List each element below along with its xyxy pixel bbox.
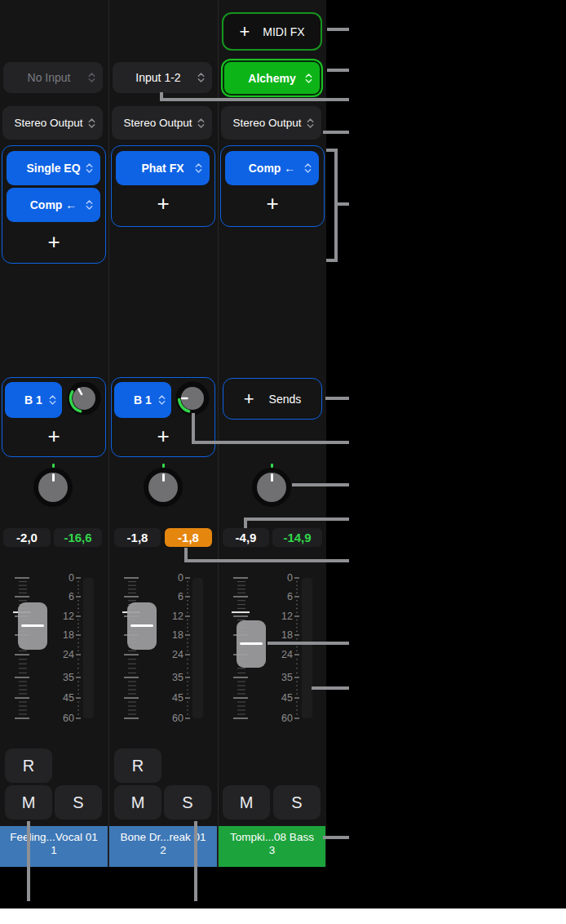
db-scale-label: 60 (157, 713, 184, 724)
audio-fx-section: Phat FX + (111, 145, 215, 227)
db-scale-label: 0 (157, 572, 184, 584)
send-bus-selector[interactable]: B 1 (114, 382, 171, 418)
channel-strips-panel: No Input Stereo Output Single EQ Comp ← … (0, 0, 326, 867)
solo-button[interactable]: S (55, 785, 102, 820)
db-scale: 06121824354560 (266, 571, 293, 726)
track-name-bar[interactable]: Feeling...Vocal 01 1 (0, 826, 108, 867)
db-scale-label: 35 (266, 672, 293, 683)
db-scale-label: 24 (47, 649, 74, 660)
chevron-updown-icon (87, 72, 96, 83)
chevron-updown-icon (48, 394, 57, 406)
output-selector[interactable]: Stereo Output (221, 106, 321, 140)
chevron-updown-icon (194, 162, 203, 174)
audio-fx-slot-2[interactable]: Comp ← (7, 188, 100, 222)
track-name: Feeling...Vocal 01 (0, 831, 108, 844)
add-audio-fx-button[interactable]: + (2, 231, 105, 252)
db-scale: 06121824354560 (47, 571, 74, 726)
audio-fx-section: Comp ← + (220, 145, 325, 227)
input-selector[interactable]: No Input (3, 62, 103, 93)
add-send-button[interactable]: + (2, 425, 105, 446)
chevron-updown-icon (306, 118, 315, 129)
fader-group: 06121824354560 (219, 571, 327, 726)
callout-line-clip-value (184, 559, 349, 562)
chevron-updown-icon (85, 162, 94, 174)
solo-button[interactable]: S (273, 785, 321, 820)
audio-fx-section: Single EQ Comp ← + (2, 145, 106, 264)
audio-fx-label: Comp ← (249, 162, 296, 175)
output-label: Stereo Output (120, 117, 203, 130)
db-scale: 06121824354560 (157, 571, 184, 726)
callout-line-pan-knob (292, 483, 349, 486)
plus-icon: + (239, 21, 250, 42)
channel-strip-1: No Input Stereo Output Single EQ Comp ← … (0, 0, 108, 867)
send-level-knob[interactable] (67, 381, 101, 415)
db-scale-label: 18 (157, 629, 184, 641)
record-enable-button[interactable]: R (5, 749, 52, 783)
db-scale-label: 45 (157, 692, 184, 704)
db-scale-label: 0 (47, 572, 74, 584)
chevron-updown-icon (157, 394, 166, 406)
callout-line-midi-fx (327, 28, 349, 31)
send-bus-selector[interactable]: B 1 (5, 382, 62, 418)
input-label: No Input (24, 71, 82, 84)
callout-line-output (323, 131, 349, 134)
volume-fader-handle[interactable] (237, 620, 266, 668)
volume-fader-handle[interactable] (18, 602, 47, 650)
mute-button[interactable]: M (5, 785, 52, 820)
fader-handle-line (21, 624, 44, 627)
callout-line-input (160, 98, 349, 101)
volume-db-value[interactable]: -4,9 (223, 528, 269, 547)
add-audio-fx-button[interactable]: + (112, 193, 214, 214)
callout-line-meter (312, 686, 349, 690)
solo-button[interactable]: S (164, 785, 211, 820)
db-scale-label: 18 (266, 629, 293, 641)
audio-fx-slot-1[interactable]: Phat FX (116, 151, 210, 185)
pan-knob[interactable] (142, 466, 184, 509)
track-number: 1 (0, 844, 108, 857)
add-sends-button[interactable]: + Sends (223, 378, 322, 420)
send-level-knob[interactable] (175, 381, 210, 415)
record-enable-button[interactable]: R (114, 749, 161, 783)
input-selector[interactable]: Input 1-2 (113, 62, 212, 93)
audio-fx-slot-1[interactable]: Single EQ (7, 151, 100, 185)
level-meter-value[interactable]: -16,6 (54, 528, 102, 547)
instrument-selector[interactable]: Alchemy (223, 60, 321, 96)
pan-knob-pointer (52, 473, 55, 482)
db-scale-label: 12 (157, 611, 184, 622)
track-name-bar[interactable]: Tompki...08 Bass 3 (219, 826, 325, 867)
db-scale-label: 24 (266, 649, 293, 660)
add-audio-fx-button[interactable]: + (221, 193, 324, 214)
output-selector[interactable]: Stereo Output (2, 106, 103, 140)
track-name-bar[interactable]: Bone Dr...reak 01 2 (109, 826, 217, 867)
volume-db-value[interactable]: -1,8 (114, 528, 161, 547)
pan-knob[interactable] (250, 466, 293, 509)
callout-line-instrument (327, 69, 349, 72)
chevron-updown-icon (197, 72, 206, 83)
add-midi-fx-button[interactable]: + MIDI FX (222, 12, 322, 51)
chevron-updown-icon (303, 162, 312, 174)
mute-button[interactable]: M (114, 785, 161, 820)
volume-fader-handle[interactable] (127, 602, 157, 650)
output-selector[interactable]: Stereo Output (112, 106, 212, 140)
db-scale-label: 45 (266, 692, 293, 704)
level-meter (83, 578, 94, 718)
db-scale-label: 60 (266, 713, 293, 724)
mute-button[interactable]: M (223, 785, 270, 820)
callout-line-track-name (323, 836, 349, 839)
sends-section: B 1 + (111, 377, 215, 457)
callout-bracket-stem (334, 202, 349, 206)
callout-line-send-knob-elbow (192, 413, 195, 444)
plus-icon: + (244, 389, 254, 410)
pan-knob[interactable] (32, 466, 74, 509)
chevron-updown-icon (85, 199, 94, 211)
chevron-updown-icon (197, 118, 206, 129)
callout-line-fader (268, 642, 349, 645)
chevron-updown-icon (87, 118, 96, 129)
output-label: Stereo Output (11, 117, 94, 130)
volume-db-value[interactable]: -2,0 (3, 528, 51, 547)
level-meter (302, 578, 312, 718)
level-meter-value-clipped[interactable]: -1,8 (165, 528, 212, 547)
audio-fx-slot-1[interactable]: Comp ← (225, 151, 319, 185)
db-scale-label: 24 (157, 649, 184, 660)
level-meter-value[interactable]: -14,9 (272, 528, 322, 547)
